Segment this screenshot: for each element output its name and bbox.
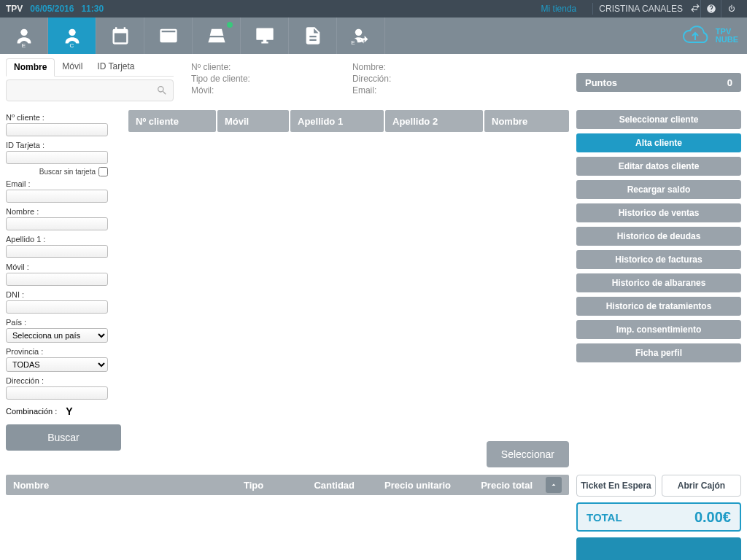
expand-icon[interactable] [546,477,562,493]
brand-logo: TPVNUBE [678,18,747,54]
input-dni[interactable] [6,300,108,314]
select-pais[interactable]: Selecciona un país [6,328,108,343]
input-direccion[interactable] [6,386,108,400]
search-icon[interactable] [156,85,168,96]
chk-sintarjeta[interactable] [98,167,108,176]
btn-pagar[interactable]: Pagar [576,537,741,560]
total-label: TOTAL [587,511,622,524]
order-header: Nombre Tipo Cantidad Precio unitario Pre… [6,475,569,495]
btn-ficha-perfil[interactable]: Ficha perfil [576,343,741,362]
nav-card[interactable] [144,18,193,54]
info-movil: Móvil: [191,85,250,96]
user-label: CRISTINA CANALES [599,4,683,14]
input-email[interactable] [6,190,108,203]
lbl-nombre: Nombre : [6,207,121,216]
search-input[interactable] [6,79,174,101]
col-nombre[interactable]: Nombre [484,110,569,132]
points-badge: Puntos 0 [576,73,741,92]
tab-movil[interactable]: Móvil [55,58,90,76]
lbl-pais: País : [6,318,121,327]
btn-editar-cliente[interactable]: Editar datos cliente [576,157,741,176]
btn-hist-tratamientos[interactable]: Historico de tratamientos [576,297,741,316]
btn-hist-albaranes[interactable]: Historico de albaranes [576,273,741,292]
btn-imp-consent[interactable]: Imp. consentimiento [576,320,741,339]
svg-text:27: 27 [116,35,123,42]
svg-point-3 [355,29,361,36]
btn-alta-cliente[interactable]: Alta cliente [576,133,741,152]
customer-info: Nº cliente: Tipo de cliente: Móvil: Nomb… [181,58,569,102]
btn-recargar[interactable]: Recargar saldo [576,180,741,199]
info-email: Email: [352,85,391,96]
time-label: 11:30 [81,4,104,14]
nav-cashdrawer[interactable] [193,18,241,54]
tab-idtarjeta[interactable]: ID Tarjeta [90,58,142,76]
lbl-combinacion: Combinación : [6,407,57,416]
filter-panel: Nº cliente : ID Tarjeta : Buscar sin tar… [6,110,121,470]
btn-hist-facturas[interactable]: Historico de facturas [576,250,741,269]
lbl-provincia: Provincia : [6,347,121,356]
total-box: TOTAL 0.00€ [576,502,741,532]
buscar-button[interactable]: Buscar [6,424,121,451]
nav-customer[interactable]: C [48,18,96,54]
col-apellido1[interactable]: Apellido 1 [290,110,384,132]
select-provincia[interactable]: TODAS [6,357,108,372]
results-body [128,132,569,441]
input-ncliente[interactable] [6,123,108,136]
points-value: 0 [727,77,732,88]
svg-point-0 [20,29,27,36]
btn-hist-ventas[interactable]: Historico de ventas [576,203,741,222]
ocol-tipo: Tipo [244,480,287,491]
store-link[interactable]: Mi tienda [541,4,577,14]
input-nombre[interactable] [6,217,108,230]
nav-employee-transfer[interactable]: E [337,18,385,54]
tab-nombre[interactable]: Nombre [6,58,55,77]
info-tipocliente: Tipo de cliente: [191,73,250,85]
ocol-nombre: Nombre [13,480,235,491]
col-ncliente[interactable]: Nº cliente [128,110,216,132]
btn-abrir-cajon[interactable]: Abrir Cajón [662,475,741,497]
nav-monitor[interactable] [241,18,289,54]
lbl-movil: Móvil : [6,262,121,271]
lbl-direccion: Dirección : [6,376,121,385]
logo-line2: NUBE [716,36,738,44]
lbl-dni: DNI : [6,290,121,299]
svg-point-1 [69,29,75,36]
nav-employee[interactable]: E [0,18,48,54]
input-apellido1[interactable] [6,245,108,258]
actions-panel: Seleccionar cliente Alta cliente Editar … [576,110,741,470]
top-bar: TPV 06/05/2016 11:30 Mi tienda CRISTINA … [0,0,747,18]
app-label: TPV [6,4,23,14]
seleccionar-button[interactable]: Seleccionar [487,441,569,467]
info-direccion: Dirección: [352,73,391,85]
points-label: Puntos [585,77,617,88]
col-apellido2[interactable]: Apellido 2 [385,110,483,132]
ocol-pu: Precio unitario [363,480,451,491]
info-ncliente: Nº cliente: [191,61,250,73]
help-icon[interactable] [700,0,721,18]
input-idtarjeta[interactable] [6,151,108,164]
btn-sel-cliente[interactable]: Seleccionar cliente [576,110,741,129]
nav-customer-badge: C [68,41,77,50]
lbl-apellido1: Apellido 1 : [6,235,121,244]
lbl-idtarjeta: ID Tarjeta : [6,141,121,149]
swap-user-icon[interactable] [686,3,700,15]
date-label: 06/05/2016 [30,4,74,14]
nav-calendar[interactable]: 27 [96,18,144,54]
btn-hist-deudas[interactable]: Historico de deudas [576,227,741,246]
lbl-sintarjeta: Buscar sin tarjeta [39,168,96,176]
val-combinacion[interactable]: Y [66,405,72,417]
nav-strip: E C 27 E TPVNUBE [0,18,747,54]
ocol-pt: Precio total [460,480,533,491]
lbl-ncliente: Nº cliente : [6,113,121,122]
col-movil[interactable]: Móvil [217,110,289,132]
nav-employee-badge: E [20,41,28,50]
results-header: Nº cliente Móvil Apellido 1 Apellido 2 N… [128,110,569,132]
input-movil[interactable] [6,273,108,286]
btn-ticket-espera[interactable]: Ticket En Espera [576,475,656,497]
search-tabs: Nombre Móvil ID Tarjeta [6,58,174,77]
info-nombre: Nombre: [352,61,391,73]
nav-employee-transfer-badge: E [349,38,357,47]
status-dot-icon [227,22,233,28]
power-icon[interactable] [721,0,741,18]
nav-document[interactable] [289,18,337,54]
